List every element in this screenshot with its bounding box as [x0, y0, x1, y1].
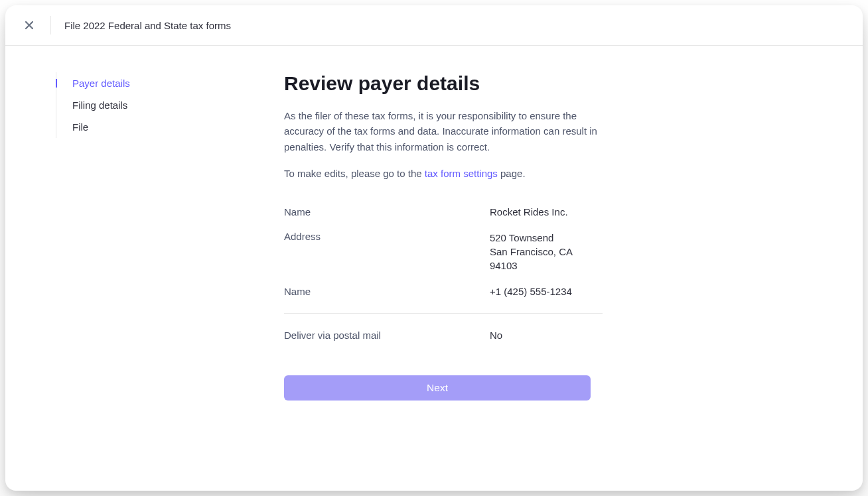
section-divider: [284, 313, 603, 314]
close-button[interactable]: [21, 17, 37, 33]
nav-list: Payer details Filing details File: [56, 72, 231, 138]
address-line-1: 520 Townsend: [490, 231, 603, 245]
detail-value: Rocket Rides Inc.: [490, 206, 568, 217]
modal-container: File 2022 Federal and State tax forms Pa…: [5, 5, 863, 491]
modal-header: File 2022 Federal and State tax forms: [5, 5, 863, 46]
sidebar: Payer details Filing details File: [5, 72, 231, 491]
detail-row-address: Address 520 Townsend San Francisco, CA 9…: [284, 224, 603, 279]
modal-body: Payer details Filing details File Review…: [5, 46, 863, 491]
nav-item-filing-details[interactable]: Filing details: [56, 94, 231, 116]
detail-value: +1 (425) 555-1234: [490, 286, 572, 297]
next-button[interactable]: Next: [284, 375, 591, 401]
detail-value: 520 Townsend San Francisco, CA 94103: [490, 231, 603, 273]
content: Review payer details As the filer of the…: [231, 72, 603, 491]
nav-item-file[interactable]: File: [56, 116, 231, 138]
details-section: Name Rocket Rides Inc. Address 520 Towns…: [284, 200, 603, 347]
detail-label: Deliver via postal mail: [284, 330, 490, 341]
tax-form-settings-link[interactable]: tax form settings: [425, 168, 498, 179]
close-icon: [24, 20, 35, 31]
instruction-suffix: page.: [498, 168, 526, 179]
nav-item-label: Payer details: [72, 78, 130, 89]
detail-row-phone: Name +1 (425) 555-1234: [284, 279, 603, 304]
description-text: As the filer of these tax forms, it is y…: [284, 108, 600, 155]
detail-row-name: Name Rocket Rides Inc.: [284, 200, 603, 224]
detail-row-postal-mail: Deliver via postal mail No: [284, 323, 603, 347]
instruction-prefix: To make edits, please go to the: [284, 168, 425, 179]
instruction-text: To make edits, please go to the tax form…: [284, 166, 603, 182]
modal-title: File 2022 Federal and State tax forms: [64, 20, 231, 31]
detail-label: Name: [284, 286, 490, 297]
detail-value: No: [490, 330, 502, 341]
nav-item-label: File: [72, 121, 88, 133]
header-divider: [50, 16, 51, 34]
nav-item-label: Filing details: [72, 99, 127, 111]
detail-label: Name: [284, 206, 490, 217]
nav-item-payer-details[interactable]: Payer details: [56, 72, 231, 94]
page-title: Review payer details: [284, 72, 603, 95]
address-line-2: San Francisco, CA 94103: [490, 245, 603, 273]
detail-label: Address: [284, 231, 490, 273]
